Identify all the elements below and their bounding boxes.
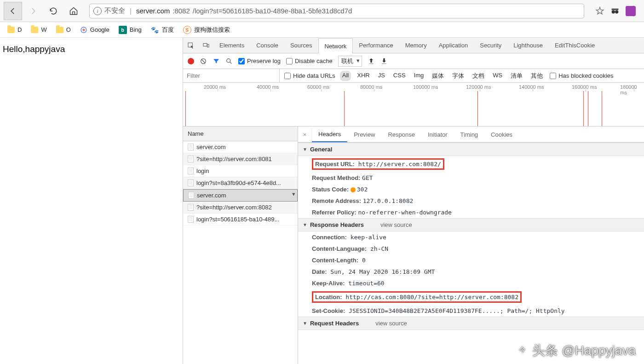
devtools-tab-performance[interactable]: Performance — [353, 38, 399, 53]
timeline-overview[interactable]: 20000 ms40000 ms60000 ms80000 ms100000 m… — [183, 83, 644, 127]
request-row[interactable]: ?site=http://server.com:8081 — [183, 153, 298, 165]
inspect-icon[interactable] — [183, 38, 198, 53]
filter-input[interactable] — [183, 69, 280, 82]
devtools-tab-memory[interactable]: Memory — [399, 38, 433, 53]
svg-line-10 — [230, 62, 231, 64]
request-headers-section[interactable]: ▼Request Headersview source — [298, 317, 644, 330]
record-button[interactable] — [188, 58, 194, 64]
detail-tab-preview[interactable]: Preview — [347, 127, 381, 142]
request-row[interactable]: server.com — [183, 189, 298, 202]
bookmark-google[interactable]: Google — [78, 25, 111, 35]
clear-icon[interactable] — [200, 58, 207, 65]
request-url-row: Request URL: http://server.com:8082/ — [298, 156, 644, 172]
search-icon[interactable] — [225, 58, 233, 65]
filter-type[interactable]: CSS — [391, 71, 408, 81]
timeline-label: 20000 ms — [204, 84, 226, 90]
svg-point-0 — [612, 10, 615, 13]
response-header-row: Keep-Alive: timeout=60 — [298, 277, 644, 289]
detail-tab-cookies[interactable]: Cookies — [484, 127, 519, 142]
referrer-policy-row: Referrer Policy: no-referrer-when-downgr… — [298, 207, 644, 218]
general-section[interactable]: ▼General — [298, 143, 644, 156]
info-icon: i — [93, 7, 102, 15]
arrow-left-icon — [9, 7, 17, 15]
filter-type[interactable]: Img — [412, 71, 426, 81]
disable-cache-label: Disable cache — [295, 58, 333, 64]
filter-type[interactable]: 字体 — [450, 71, 466, 81]
filter-type[interactable]: XHR — [355, 71, 372, 81]
timeline-marker — [588, 91, 588, 126]
devtools-tab-lighthouse[interactable]: Lighthouse — [507, 38, 549, 53]
response-headers-section[interactable]: ▼Response Headersview source — [298, 218, 644, 231]
incognito-icon[interactable] — [610, 6, 620, 16]
devtools-tab-editthiscookie[interactable]: EditThisCookie — [549, 38, 601, 53]
filter-type[interactable]: 清单 — [508, 71, 525, 81]
has-blocked-cookies-checkbox[interactable]: Has blocked cookies — [550, 72, 613, 79]
filter-type[interactable]: All — [340, 71, 351, 81]
filter-type[interactable]: 其他 — [529, 71, 545, 81]
browser-navbar: i 不安全 | server.com:8082/login?st=5061618… — [0, 0, 644, 22]
filter-type[interactable]: WS — [490, 71, 505, 81]
detail-tab-response[interactable]: Response — [381, 127, 421, 142]
request-row[interactable]: server.com — [183, 141, 298, 153]
timeline-label: 140000 ms — [519, 84, 544, 90]
bookmark-folder[interactable]: D — [6, 25, 23, 34]
bookmark-folder[interactable]: W — [29, 25, 48, 34]
throttle-select[interactable]: 联机 — [338, 56, 362, 67]
devtools-tab-sources[interactable]: Sources — [284, 38, 318, 53]
filter-type[interactable]: 媒体 — [430, 71, 446, 81]
bookmark-sogou[interactable]: S搜狗微信搜索 — [181, 25, 232, 35]
request-list: Name server.com?site=http://server.com:8… — [183, 127, 298, 364]
request-headers-title: Request Headers — [310, 320, 359, 327]
devtools-tab-application[interactable]: Application — [433, 38, 474, 53]
detail-tab-timing[interactable]: Timing — [454, 127, 485, 142]
devtools: ElementsConsoleSourcesNetworkPerformance… — [183, 38, 644, 364]
view-source-link[interactable]: view source — [375, 320, 407, 327]
home-button[interactable] — [64, 2, 83, 20]
back-button[interactable] — [4, 2, 22, 20]
extension-icon[interactable] — [626, 6, 636, 16]
separator: | — [128, 7, 133, 15]
home-icon — [69, 6, 78, 16]
view-source-link[interactable]: view source — [380, 221, 412, 228]
filter-icon[interactable] — [213, 58, 220, 65]
request-row[interactable]: login?st=8a3fb90d-e574-4e8d... — [183, 177, 298, 189]
devtools-tab-security[interactable]: Security — [474, 38, 507, 53]
bing-icon: b — [119, 26, 127, 34]
url-path: /login?st=50616185-ba10-489e-8ba1-5bfe31… — [193, 7, 352, 15]
timeline-marker — [185, 91, 186, 126]
document-icon — [188, 216, 194, 223]
document-icon — [188, 168, 194, 174]
devtools-tab-elements[interactable]: Elements — [213, 38, 250, 53]
star-icon[interactable] — [595, 6, 604, 16]
preserve-log-checkbox[interactable]: Preserve log — [238, 58, 281, 64]
bookmark-bing[interactable]: bBing — [117, 25, 144, 35]
detail-tab-headers[interactable]: Headers — [312, 127, 347, 142]
forward-button[interactable] — [24, 2, 42, 20]
request-row[interactable]: ?site=http://server.com:8082 — [183, 202, 298, 214]
detail-tab-initiator[interactable]: Initiator — [421, 127, 454, 142]
bookmark-label: Bing — [130, 26, 142, 33]
request-row[interactable]: login — [183, 165, 298, 177]
upload-icon[interactable] — [368, 58, 375, 65]
download-icon[interactable] — [380, 58, 388, 65]
bookmark-folder[interactable]: O — [54, 25, 73, 34]
folder-icon — [7, 27, 15, 33]
disable-cache-checkbox[interactable]: Disable cache — [286, 58, 333, 64]
bookmark-label: O — [66, 26, 71, 33]
reload-button[interactable] — [44, 2, 63, 20]
throttle-value: 联机 — [341, 58, 353, 64]
devtools-tab-network[interactable]: Network — [318, 38, 353, 53]
filter-type[interactable]: 文档 — [470, 71, 487, 81]
request-name: server.com — [197, 192, 226, 199]
timeline-label: 80000 ms — [360, 84, 382, 90]
hide-data-urls-checkbox[interactable]: Hide data URLs — [284, 72, 335, 79]
device-icon[interactable] — [198, 38, 213, 53]
filter-type[interactable]: JS — [376, 71, 387, 81]
devtools-tab-console[interactable]: Console — [250, 38, 284, 53]
url-bar[interactable]: i 不安全 | server.com:8082/login?st=5061618… — [89, 4, 584, 18]
close-details-button[interactable]: × — [298, 127, 312, 142]
timeline-label: 120000 ms — [466, 84, 491, 90]
timeline-label: 180000 ms — [620, 84, 644, 95]
request-row[interactable]: login?st=50616185-ba10-489... — [183, 214, 298, 225]
bookmark-baidu[interactable]: 🐾百度 — [149, 25, 176, 35]
